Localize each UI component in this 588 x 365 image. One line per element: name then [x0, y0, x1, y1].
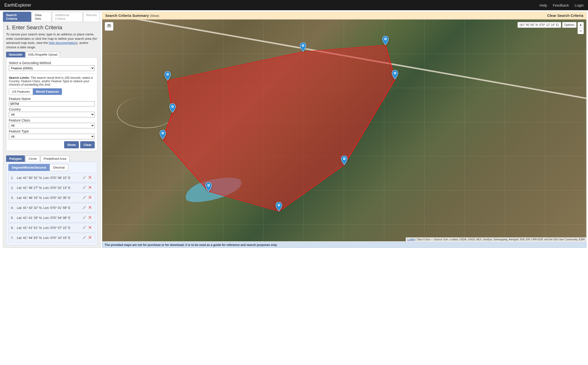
cursor-coords: (41° 50' 50" N, 070° 12' 14" E)	[517, 22, 561, 28]
panel-intro: To narrow your search area: type in an a…	[6, 32, 97, 49]
tab-predefined-area[interactable]: Predefined Area	[41, 155, 70, 162]
divider	[9, 73, 95, 74]
tab-results[interactable]: Results	[83, 12, 100, 22]
world-features-button[interactable]: World Features	[33, 88, 62, 95]
coord-text: Lat: 41° 46' 15" N, Lon: 070° 02' 35" E	[17, 196, 82, 200]
delete-icon[interactable]	[88, 225, 92, 230]
edit-icon[interactable]	[82, 195, 87, 200]
coord-text: Lat: 41° 41' 29" N, Lon: 070° 04' 09" E	[17, 216, 82, 220]
help-doc-link[interactable]: help documentation	[49, 41, 76, 45]
feedback-link[interactable]: Feedback	[553, 3, 569, 7]
criteria-panel: 1. Enter Search Criteria To narrow your …	[3, 22, 101, 248]
map-options-button[interactable]: Options	[562, 22, 577, 28]
login-link[interactable]: Login	[575, 3, 584, 7]
coord-row: 1.Lat: 41° 50' 31" N, Lon: 070° 08' 22" …	[8, 173, 95, 182]
main-tabs: Search Criteria Data Sets Additional Cri…	[3, 12, 101, 22]
tab-data-sets[interactable]: Data Sets	[32, 12, 51, 22]
coord-index: 2.	[11, 186, 17, 190]
map-marker[interactable]	[341, 156, 347, 165]
coord-index: 1.	[11, 176, 17, 180]
map-marker[interactable]	[160, 130, 166, 139]
svg-point-18	[385, 38, 386, 39]
map-marker[interactable]	[169, 103, 176, 113]
dms-button[interactable]: Degree/Minute/Second	[8, 164, 50, 171]
tab-polygon[interactable]: Polygon	[6, 155, 25, 162]
coord-row: 2.Lat: 41° 48' 27" N, Lon: 070° 02' 13" …	[8, 183, 95, 193]
edit-icon[interactable]	[82, 185, 87, 190]
tab-circle[interactable]: Circle	[25, 155, 40, 162]
map-marker[interactable]	[300, 42, 306, 52]
delete-icon[interactable]	[88, 205, 92, 210]
feature-class-select[interactable]: All	[9, 123, 95, 128]
map[interactable]: (41° 50' 50" N, 070° 12' 14" E) Options …	[102, 19, 587, 242]
svg-point-6	[172, 106, 173, 107]
map-marker[interactable]	[205, 182, 212, 192]
coord-row: 7.Lat: 41° 44' 53" N, Lon: 070° 10' 15" …	[8, 233, 95, 243]
coord-index: 3.	[11, 196, 17, 200]
map-marker[interactable]	[382, 36, 389, 45]
edit-icon[interactable]	[82, 215, 87, 220]
zoom-out-button[interactable]: −	[578, 28, 584, 34]
edit-icon[interactable]	[82, 225, 87, 230]
summary-show[interactable]: (Show)	[150, 14, 159, 18]
search-limits: Search Limits: The search result limit i…	[9, 76, 95, 86]
coord-text: Lat: 41° 43' 32" N, Lon: 070° 01' 59" E	[17, 206, 82, 210]
svg-point-16	[395, 73, 395, 74]
sidebar: Search Criteria Data Sets Additional Cri…	[3, 12, 101, 248]
tab-additional-criteria[interactable]: Additional Criteria	[52, 12, 83, 22]
layers-control[interactable]	[105, 22, 113, 31]
delete-icon[interactable]	[88, 195, 92, 200]
clear-button[interactable]: Clear	[80, 141, 95, 148]
clear-search-criteria[interactable]: Clear Search Criteria	[547, 13, 583, 18]
coord-row: 6.Lat: 41° 41' 51" N, Lon: 070° 07' 22" …	[8, 223, 95, 233]
feature-class-label: Feature Class	[9, 118, 95, 122]
tab-search-criteria[interactable]: Search Criteria	[3, 12, 31, 22]
help-link[interactable]: Help	[539, 3, 547, 7]
top-links: Help Feedback Login	[535, 3, 584, 7]
edit-icon[interactable]	[82, 235, 87, 240]
map-marker[interactable]	[392, 70, 398, 79]
country-select[interactable]: All	[9, 112, 95, 117]
edit-icon[interactable]	[82, 175, 87, 180]
delete-icon[interactable]	[88, 175, 92, 180]
delete-icon[interactable]	[88, 185, 92, 190]
leaflet-link[interactable]: Leaflet	[407, 238, 415, 241]
zoom-in-button[interactable]: +	[578, 22, 584, 28]
delete-icon[interactable]	[88, 235, 92, 240]
summary-title-wrap: Search Criteria Summary (Show)	[105, 13, 159, 18]
coord-list: 1.Lat: 41° 50' 31" N, Lon: 070° 08' 22" …	[8, 173, 95, 243]
area-tabs: Polygon Circle Predefined Area	[6, 155, 97, 162]
content: Search Criteria Summary (Show) Clear Sea…	[102, 12, 587, 248]
feature-name-input[interactable]	[9, 101, 95, 106]
coord-index: 4.	[11, 206, 17, 210]
us-features-button[interactable]: US Features	[9, 88, 33, 95]
svg-point-2	[303, 45, 304, 46]
map-top-right: (41° 50' 50" N, 070° 12' 14" E) Options …	[517, 22, 584, 34]
geocoder-box: Select a Geocoding Method Feature (GNIS)…	[6, 57, 97, 151]
coord-index: 7.	[11, 236, 17, 240]
svg-point-10	[208, 185, 209, 186]
geocoder-tabs: Geocoder KML/Shapefile Upload	[6, 52, 97, 57]
map-disclaimer: The provided maps are not for purchase o…	[102, 242, 587, 248]
show-button[interactable]: Show	[64, 141, 79, 148]
svg-point-4	[167, 74, 168, 75]
geocoding-method-select[interactable]: Feature (GNIS)	[9, 65, 95, 71]
zoom-control: + −	[578, 22, 584, 34]
tab-geocoder[interactable]: Geocoder	[6, 52, 25, 57]
summary-title: Search Criteria Summary	[105, 13, 150, 18]
geocoder-actions: Show Clear	[9, 141, 95, 148]
map-marker[interactable]	[276, 202, 282, 211]
decimal-button[interactable]: Decimal	[50, 164, 68, 171]
map-marker[interactable]	[164, 71, 171, 81]
tab-kml-upload[interactable]: KML/Shapefile Upload	[26, 52, 60, 57]
coord-text: Lat: 41° 44' 53" N, Lon: 070° 10' 15" E	[17, 236, 82, 240]
coord-text: Lat: 41° 48' 27" N, Lon: 070° 02' 13" E	[17, 186, 82, 190]
edit-icon[interactable]	[82, 205, 87, 210]
summary-bar: Search Criteria Summary (Show) Clear Sea…	[102, 12, 587, 19]
coord-text: Lat: 41° 50' 31" N, Lon: 070° 08' 22" E	[17, 176, 82, 180]
delete-icon[interactable]	[88, 215, 92, 220]
coord-index: 6.	[11, 226, 17, 230]
feature-scope-group: US Features World Features	[9, 88, 95, 95]
feature-type-select[interactable]: All	[9, 134, 95, 139]
map-attribution: Leaflet | Tiles © Esri — Source: Esri, i…	[406, 237, 586, 241]
